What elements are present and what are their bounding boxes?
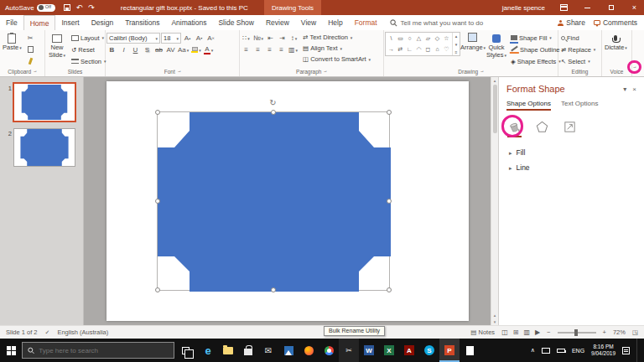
scrollbar-thumb[interactable] [493, 85, 497, 133]
font-dialog-launcher[interactable] [178, 69, 181, 75]
clear-formatting-button[interactable]: A [205, 33, 216, 44]
zoom-slider-thumb[interactable] [574, 329, 578, 336]
task-view-button[interactable] [174, 339, 196, 362]
next-slide-button[interactable]: ▾ [494, 319, 496, 324]
taskbar-app-edge[interactable]: e [198, 339, 218, 362]
tab-insert[interactable]: Insert [55, 15, 85, 30]
rotate-handle[interactable]: ↻ [269, 99, 276, 107]
tab-text-options[interactable]: Text Options [561, 100, 598, 111]
normal-view-button[interactable]: ◫ [501, 328, 508, 336]
restore-button[interactable] [601, 0, 621, 15]
replace-button[interactable]: ⇄Replace [559, 44, 597, 55]
shapes-gallery[interactable]: \ ▭ ○ △ ▱ ◇ ☆ → ⇄ ∟ ◠ ◻ ⌂ ♡ [385, 32, 460, 56]
slide-1-thumbnail[interactable] [14, 84, 75, 121]
decrease-font-size-button[interactable]: A [194, 33, 205, 44]
taskbar-app-powerpoint[interactable]: P [439, 339, 460, 362]
increase-font-size-button[interactable]: A [182, 33, 193, 44]
spellcheck-icon[interactable]: ✓ [45, 329, 50, 336]
format-shape-dialog-launcher[interactable] [633, 64, 636, 71]
shape-house-icon[interactable]: ⌂ [435, 46, 439, 52]
align-text-button[interactable]: ▤Align Text [301, 43, 372, 54]
arrange-button[interactable]: Arrange [462, 32, 484, 67]
drawing-dialog-launcher[interactable] [480, 69, 484, 75]
character-spacing-button[interactable]: AV [165, 44, 176, 55]
keyboard-language[interactable]: ENG [572, 348, 584, 354]
autosave-switch[interactable]: Off [37, 4, 55, 12]
zoom-slider[interactable] [558, 332, 596, 334]
bold-button[interactable]: B [106, 44, 117, 55]
effects-button[interactable] [535, 120, 549, 136]
minimize-button[interactable] [578, 0, 597, 15]
fit-slide-button[interactable]: ◳ [632, 328, 638, 336]
tab-review[interactable]: Review [260, 15, 295, 30]
size-properties-button[interactable] [563, 120, 577, 136]
gallery-down-button[interactable]: ▾ [455, 42, 458, 47]
dictate-button[interactable]: Dictate [603, 32, 629, 67]
taskbar-app-snipping-tool[interactable]: ✂ [339, 339, 359, 362]
ribbon-display-options-button[interactable] [554, 0, 574, 15]
drawing-tools-tab-group[interactable]: Drawing Tools [264, 0, 321, 15]
format-painter-button[interactable] [25, 56, 36, 67]
zoom-in-button[interactable]: + [603, 328, 606, 336]
text-highlight-button[interactable] [190, 44, 202, 55]
tab-shape-options[interactable]: Shape Options [506, 100, 551, 111]
tell-me-search[interactable]: Tell me what you want to do [390, 19, 484, 27]
shape-arc-icon[interactable]: ◠ [416, 46, 421, 53]
text-shadow-button[interactable]: S [142, 44, 153, 55]
taskbar-search-box[interactable] [22, 342, 174, 359]
strikethrough-button[interactable]: ab [153, 44, 164, 55]
pane-options-button[interactable]: ▾ [623, 85, 626, 93]
resize-handle-s[interactable] [271, 287, 276, 292]
action-center-icon[interactable] [622, 347, 630, 354]
hidden-icons-button[interactable]: ∧ [531, 347, 535, 354]
tab-format[interactable]: Format [349, 15, 383, 30]
close-button[interactable]: × [625, 0, 644, 15]
shape-double-arrow-icon[interactable]: ⇄ [398, 46, 403, 53]
text-direction-button[interactable]: ⇄Text Direction [301, 32, 372, 43]
find-button[interactable]: Find [559, 33, 597, 44]
italic-button[interactable]: I [118, 44, 129, 55]
shape-heart-icon[interactable]: ♡ [444, 46, 449, 53]
comments-button[interactable]: Comments [594, 18, 637, 27]
taskbar-search-input[interactable] [39, 347, 169, 354]
save-icon[interactable] [64, 4, 70, 11]
shape-angle-icon[interactable]: ∟ [407, 46, 413, 52]
slide-editing-area[interactable]: ↻ [84, 77, 491, 325]
change-case-button[interactable]: Aa [177, 44, 190, 55]
shape-triangle-icon[interactable]: △ [417, 35, 421, 42]
resize-handle-e[interactable] [387, 199, 392, 204]
font-color-button[interactable]: A [203, 44, 215, 55]
tab-file[interactable]: File [0, 15, 23, 30]
tab-view[interactable]: View [295, 15, 322, 30]
shape-diamond-icon[interactable]: ◇ [435, 35, 439, 42]
shape-oval-icon[interactable]: ○ [408, 35, 411, 41]
select-button[interactable]: ↖Select [559, 56, 597, 67]
resize-handle-n[interactable] [271, 110, 276, 115]
gallery-up-button[interactable]: ▴ [455, 34, 458, 39]
slide-sorter-view-button[interactable]: ⊞ [513, 328, 519, 336]
slide-2-thumbnail[interactable] [14, 129, 75, 166]
zoom-level[interactable]: 72% [613, 328, 626, 336]
share-button[interactable]: Share [558, 18, 585, 27]
bullets-button[interactable]: ∷ [241, 33, 252, 44]
font-size-select[interactable]: 18 [161, 33, 181, 44]
language-indicator[interactable]: English (Australia) [57, 328, 108, 336]
taskbar-app-file-explorer[interactable] [218, 339, 238, 362]
shape-square-icon[interactable]: ◻ [426, 46, 431, 53]
slide-1-row[interactable]: 1 [0, 84, 83, 129]
font-name-select[interactable]: Calibri (Body) [106, 33, 160, 44]
pane-close-button[interactable]: × [632, 85, 636, 93]
notes-button[interactable]: ▤ Notes [470, 328, 495, 336]
clipboard-dialog-launcher[interactable] [34, 69, 37, 75]
tab-transitions[interactable]: Transitions [119, 15, 165, 30]
user-name[interactable]: janelle spence [502, 4, 545, 12]
slide-show-button[interactable]: ▶ [535, 328, 540, 336]
shape-fill-button[interactable]: Shape Fill [509, 33, 566, 44]
increase-indent-button[interactable]: ⇥ [277, 33, 288, 44]
quick-styles-button[interactable]: Quick Styles [486, 32, 507, 67]
paste-button[interactable]: Paste [1, 32, 23, 67]
taskbar-app-chrome[interactable] [319, 339, 339, 362]
resize-handle-nw[interactable] [155, 110, 160, 115]
shape-arrow-icon[interactable]: → [388, 46, 394, 52]
cut-button[interactable]: ✂ [25, 33, 36, 44]
